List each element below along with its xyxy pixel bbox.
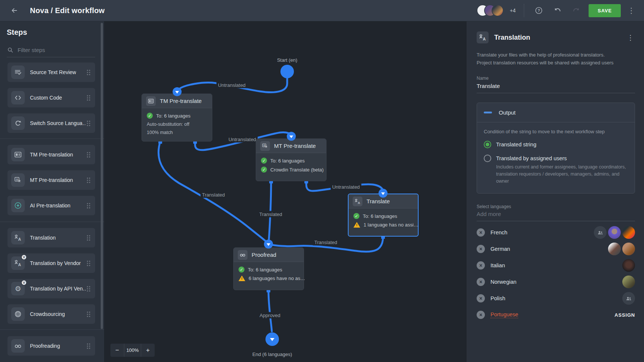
zoom-out-button[interactable]: − — [110, 344, 124, 357]
drag-handle-icon[interactable] — [86, 234, 91, 241]
panel-header: Translation ⋮ — [477, 31, 635, 43]
add-language-input[interactable] — [477, 211, 635, 221]
panel-description: Translate your files with the help of pr… — [477, 51, 635, 67]
remove-language-icon[interactable]: × — [477, 294, 485, 302]
drag-handle-icon[interactable] — [86, 151, 91, 158]
drag-handle-icon[interactable] — [86, 202, 91, 209]
avatar[interactable] — [608, 243, 621, 255]
drag-handle-icon[interactable] — [86, 69, 91, 76]
group-icon[interactable] — [594, 226, 607, 239]
name-input[interactable] — [477, 83, 635, 93]
remove-language-icon[interactable]: × — [477, 228, 485, 237]
search-icon — [7, 46, 14, 54]
check-icon: ✓ — [147, 113, 153, 119]
filter-steps-input[interactable] — [18, 47, 95, 53]
top-bar: Nova / Edit workflow +4 SAVE ⋮ — [0, 0, 644, 21]
remove-language-icon[interactable]: × — [477, 245, 485, 253]
avatar[interactable] — [608, 226, 621, 239]
drag-handle-icon[interactable] — [86, 311, 91, 318]
sidebar-item-tm-pre-translation[interactable]: TM Pre-translation — [7, 145, 95, 164]
sidebar-item-translation[interactable]: Translation — [7, 228, 95, 247]
radio-translated-string[interactable]: Translated string — [484, 141, 628, 148]
edge-label: Translated — [258, 211, 284, 217]
sidebar-item-translation-by-vendor[interactable]: V Translation by Vendor — [7, 253, 95, 273]
assign-button[interactable]: ASSIGN — [614, 312, 635, 318]
sidebar-item-mt-pre-translation[interactable]: MT Pre-translation — [7, 170, 95, 190]
sidebar-divider — [0, 222, 104, 222]
gear-icon: ⚙ — [15, 285, 21, 292]
sidebar-item-proofreading[interactable]: Proofreading — [7, 336, 95, 356]
avatar[interactable] — [622, 276, 635, 288]
sidebar-divider — [0, 139, 104, 139]
language-row-portuguese: × Portuguese ASSIGN — [477, 307, 635, 323]
glasses-icon — [239, 252, 246, 258]
name-field-label: Name — [477, 76, 635, 81]
globe-icon — [14, 310, 22, 318]
sidebar-item-ai-pre-translation[interactable]: AI Pre-translation — [7, 196, 95, 215]
sidebar-item-crowdsourcing[interactable]: Crowdsourcing — [7, 304, 95, 324]
remove-language-icon[interactable]: × — [477, 261, 485, 270]
remove-language-icon[interactable]: × — [477, 311, 485, 319]
avatar-overflow-count[interactable]: +4 — [510, 7, 516, 13]
node-status-row: ✓To: 6 languages — [147, 113, 207, 119]
node-status-row: 6 languages have no as… — [239, 276, 299, 281]
language-row-italian: × Italian — [477, 257, 635, 274]
avatar[interactable] — [622, 259, 635, 272]
output-dash-icon — [484, 112, 492, 113]
sidebar-item-source-text-review[interactable]: Source Text Review — [7, 63, 95, 82]
node-input-port[interactable] — [264, 240, 273, 249]
panel-menu-button[interactable]: ⋮ — [626, 33, 635, 42]
avatar[interactable] — [622, 243, 635, 255]
sidebar-item-translation-by-api-vendor[interactable]: ⚙ V Translation by API Ven… — [7, 279, 95, 298]
avatar[interactable] — [622, 226, 635, 239]
remove-language-icon[interactable]: × — [477, 278, 485, 286]
arrow-left-icon — [10, 6, 18, 15]
filter-steps-field[interactable] — [7, 43, 95, 57]
check-icon: ✓ — [353, 213, 359, 219]
back-button[interactable] — [8, 4, 20, 16]
group-icon[interactable] — [622, 292, 635, 305]
radio-translated-by-assigned-users[interactable]: Translated by assigned users — [484, 155, 628, 162]
workflow-canvas[interactable]: Start (en) End (6 languages) Untranslate… — [104, 21, 466, 362]
check-icon: ✓ — [239, 267, 244, 273]
output-condition-label: Condition of the string to move to the n… — [484, 129, 628, 134]
node-mt-pre-translate[interactable]: MT Pre-translate ✓To: 6 languages ✓Crowd… — [256, 139, 326, 181]
edit-workflow-app: Nova / Edit workflow +4 SAVE ⋮ Steps — [0, 0, 644, 362]
start-node[interactable] — [280, 65, 294, 78]
sidebar-scrollbar[interactable] — [101, 23, 103, 329]
drag-handle-icon[interactable] — [86, 285, 91, 292]
drag-handle-icon[interactable] — [86, 260, 91, 267]
drag-handle-icon[interactable] — [86, 177, 91, 184]
collaborator-avatars[interactable] — [477, 4, 504, 16]
warning-icon — [239, 276, 245, 281]
check-icon: ✓ — [261, 158, 267, 164]
node-status-row: 1 language has no assi… — [353, 222, 413, 228]
end-node-label: End (6 languages) — [252, 352, 292, 357]
node-input-port[interactable] — [379, 189, 388, 198]
output-card-header: Output — [477, 103, 635, 122]
machine-translate-icon — [14, 176, 22, 184]
header-menu-button[interactable]: ⋮ — [627, 6, 636, 15]
node-input-port[interactable] — [287, 132, 296, 141]
drag-handle-icon[interactable] — [86, 120, 91, 127]
select-languages-group: Select languages — [477, 204, 635, 221]
drag-handle-icon[interactable] — [86, 94, 91, 101]
node-input-port[interactable] — [173, 87, 182, 96]
sidebar-item-custom-code[interactable]: Custom Code — [7, 88, 95, 107]
tm-card-icon — [148, 98, 154, 104]
end-node[interactable] — [265, 332, 279, 346]
start-node-label: Start (en) — [277, 57, 297, 63]
edge-label: Untranslated — [331, 184, 361, 190]
node-tm-pre-translate[interactable]: TM Pre-translate ✓To: 6 languages Auto-s… — [142, 94, 212, 142]
save-button[interactable]: SAVE — [589, 4, 621, 17]
redo-button[interactable] — [570, 4, 583, 17]
header-divider — [524, 4, 524, 17]
drag-handle-icon[interactable] — [86, 343, 91, 350]
undo-button[interactable] — [551, 4, 564, 17]
node-proofread[interactable]: Proofread ✓To: 6 languages 6 languages h… — [233, 247, 304, 290]
node-status-row: ✓To: 6 languages — [239, 267, 299, 273]
help-button[interactable] — [532, 4, 545, 17]
node-translate[interactable]: Translate ✓To: 6 languages 1 language ha… — [348, 194, 419, 237]
zoom-in-button[interactable]: + — [141, 344, 155, 357]
sidebar-item-switch-source-language[interactable]: Switch Source Langua… — [7, 113, 95, 133]
